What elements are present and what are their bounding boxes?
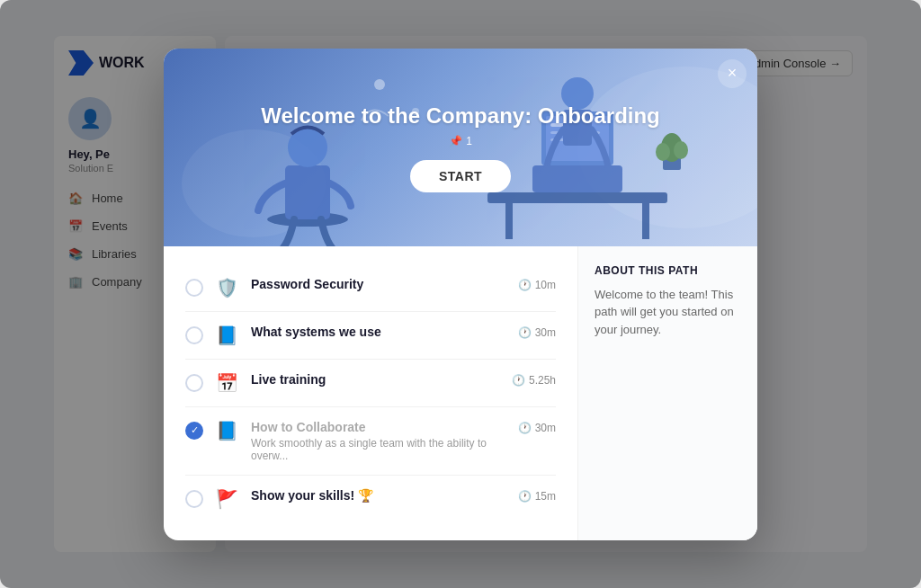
list-item[interactable]: 📅 Live training 🕐 5.25h bbox=[185, 360, 556, 407]
course-info: How to Collaborate Work smoothly as a si… bbox=[251, 420, 505, 462]
onboarding-modal: × bbox=[164, 49, 757, 540]
timeline-dot bbox=[185, 490, 203, 508]
course-icon: 📘 bbox=[216, 420, 238, 441]
course-title: What systems we use bbox=[251, 325, 505, 339]
pin-icon: 📌 bbox=[449, 135, 462, 147]
timeline-dot bbox=[185, 326, 203, 344]
modal-hero: Welcome to the Company: Onboarding 📌 1 S… bbox=[164, 49, 757, 246]
course-list: 🛡️ Password Security 🕐 10m 📘 What system… bbox=[164, 246, 577, 540]
clock-icon: 🕐 bbox=[518, 279, 532, 291]
course-duration: 🕐 10m bbox=[518, 279, 556, 291]
svg-rect-7 bbox=[642, 203, 649, 239]
duration-value: 10m bbox=[535, 279, 556, 291]
about-panel: ABOUT THIS PATH Welcome to the team! Thi… bbox=[577, 246, 757, 540]
about-title: ABOUT THIS PATH bbox=[595, 264, 741, 277]
list-item[interactable]: ✓ 📘 How to Collaborate Work smoothly as … bbox=[185, 407, 556, 476]
course-icon: 📘 bbox=[216, 325, 238, 346]
modal-title: Welcome to the Company: Onboarding bbox=[261, 102, 660, 129]
course-duration: 🕐 5.25h bbox=[512, 374, 556, 387]
course-info: What systems we use bbox=[251, 325, 505, 339]
badge-count: 1 bbox=[466, 135, 472, 147]
start-button[interactable]: START bbox=[410, 160, 511, 192]
list-item[interactable]: 📘 What systems we use 🕐 30m bbox=[185, 312, 556, 360]
course-info: Live training bbox=[251, 372, 499, 387]
course-info: Password Security bbox=[251, 277, 505, 291]
clock-icon: 🕐 bbox=[518, 326, 532, 339]
course-title: Show your skills! 🏆 bbox=[251, 488, 505, 503]
modal-overlay: × bbox=[0, 0, 921, 588]
hero-badge: 📌 1 bbox=[449, 135, 472, 147]
clock-icon: 🕐 bbox=[518, 490, 532, 503]
svg-point-21 bbox=[674, 141, 688, 159]
timeline-dot bbox=[185, 279, 203, 297]
about-text: Welcome to the team! This path will get … bbox=[595, 286, 741, 339]
duration-value: 30m bbox=[535, 326, 556, 339]
svg-rect-3 bbox=[285, 165, 330, 219]
clock-icon: 🕐 bbox=[518, 422, 532, 434]
list-item[interactable]: 🚩 Show your skills! 🏆 🕐 15m bbox=[185, 476, 556, 522]
course-duration: 🕐 15m bbox=[518, 490, 556, 503]
modal-close-button[interactable]: × bbox=[718, 59, 747, 88]
duration-value: 5.25h bbox=[529, 374, 556, 387]
course-title: Password Security bbox=[251, 277, 505, 291]
duration-value: 30m bbox=[535, 422, 556, 434]
course-info: Show your skills! 🏆 bbox=[251, 488, 505, 503]
course-icon: 🚩 bbox=[216, 488, 238, 510]
svg-rect-5 bbox=[487, 192, 667, 203]
duration-value: 15m bbox=[535, 490, 556, 503]
course-icon: 🛡️ bbox=[216, 277, 238, 298]
course-description: Work smoothly as a single team with the … bbox=[251, 437, 505, 462]
timeline-dot bbox=[185, 374, 203, 392]
course-title: Live training bbox=[251, 372, 499, 387]
course-duration: 🕐 30m bbox=[518, 422, 556, 434]
svg-point-16 bbox=[374, 79, 385, 90]
modal-body: 🛡️ Password Security 🕐 10m 📘 What system… bbox=[164, 246, 757, 540]
course-title: How to Collaborate bbox=[251, 420, 505, 434]
list-item[interactable]: 🛡️ Password Security 🕐 10m bbox=[185, 264, 556, 312]
timeline-dot-completed: ✓ bbox=[185, 422, 203, 440]
course-icon: 📅 bbox=[216, 372, 238, 394]
course-duration: 🕐 30m bbox=[518, 326, 556, 339]
svg-rect-6 bbox=[505, 203, 513, 239]
svg-point-20 bbox=[656, 143, 670, 161]
clock-icon: 🕐 bbox=[512, 374, 525, 387]
